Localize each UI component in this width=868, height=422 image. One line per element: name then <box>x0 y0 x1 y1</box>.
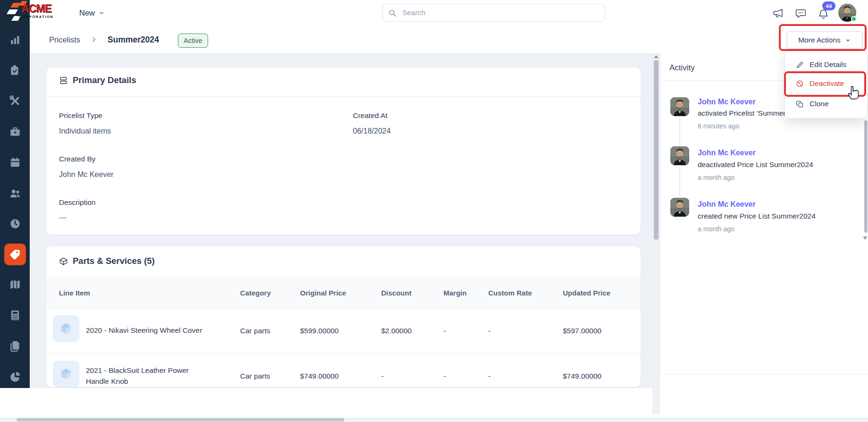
breadcrumb-pricelists[interactable]: Pricelists <box>49 35 80 44</box>
timeline-connector <box>679 167 680 196</box>
sidebar-item-reports[interactable] <box>6 367 25 386</box>
new-menu-label: New <box>79 8 95 17</box>
announcements-button[interactable] <box>771 6 785 19</box>
sidebar-item-documents[interactable] <box>6 337 25 355</box>
chat-icon <box>795 7 807 19</box>
new-menu-button[interactable]: New <box>79 0 105 26</box>
slash-circle-icon <box>796 80 804 88</box>
messages-button[interactable] <box>794 6 807 19</box>
sidebar-item-calculator[interactable] <box>6 306 25 325</box>
column-custom-rate: Custom Rate <box>488 289 532 297</box>
cube-icon <box>59 367 73 381</box>
activity-user-link[interactable]: John Mc Keever <box>698 98 756 106</box>
table-header-row: Line Item Category Original Price Discou… <box>46 278 641 309</box>
parts-services-header: Parts & Services (5) <box>59 256 155 266</box>
menu-item-edit-details[interactable]: Edit Details <box>790 56 862 74</box>
global-search[interactable] <box>382 4 605 22</box>
part-thumbnail <box>53 361 79 387</box>
cell-custom-rate: - <box>488 327 491 335</box>
search-input[interactable] <box>401 8 599 17</box>
sidebar-item-dashboard[interactable] <box>6 31 25 50</box>
parts-services-card: Parts & Services (5) Line Item Category … <box>46 246 641 387</box>
company-logo[interactable]: ACME CORPORATION <box>17 3 55 19</box>
sidebar-item-contacts[interactable] <box>6 184 25 203</box>
activity-avatar <box>670 146 689 165</box>
field-value-created-by: John Mc Keever <box>59 170 114 179</box>
primary-details-card: Primary Details Pricelist Type Individua… <box>46 68 641 235</box>
package-icon <box>59 257 68 266</box>
pie-chart-icon <box>9 371 21 383</box>
activity-avatar <box>670 198 689 217</box>
table-row[interactable]: 2020 - Nikavi Steering Wheel Cover Car p… <box>46 308 641 353</box>
breadcrumb: Pricelists Summer2024 <box>49 26 159 53</box>
line-item-name[interactable]: 2021 - BlackSuit Leather Power Handle Kn… <box>86 353 213 387</box>
cell-category: Car parts <box>240 372 270 380</box>
activity-user-link[interactable]: John Mc Keever <box>698 149 756 157</box>
sidebar-item-inspections[interactable] <box>6 61 25 80</box>
activity-title: Activity <box>669 63 695 73</box>
company-logo-subtext: CORPORATION <box>17 15 55 19</box>
pencil-icon <box>796 61 804 69</box>
column-margin: Margin <box>443 289 467 297</box>
cell-category: Car parts <box>240 327 270 335</box>
company-logo-text: ACME <box>17 3 55 14</box>
tools-icon <box>9 95 21 107</box>
rows-icon <box>59 76 68 85</box>
copy-icon <box>796 100 804 108</box>
activity-action-text: deactivated Price List Summer2024 <box>698 160 864 169</box>
menu-item-label: Deactivate <box>810 79 844 88</box>
page-title: Summer2024 <box>108 35 159 45</box>
users-icon <box>9 187 21 200</box>
column-category: Category <box>240 289 271 297</box>
mouse-cursor-hand <box>847 84 861 102</box>
activity-timestamp: a month ago <box>698 225 734 233</box>
more-actions-label: More Actions <box>798 36 841 44</box>
tag-icon <box>9 248 21 261</box>
primary-details-title: Primary Details <box>73 75 136 85</box>
notification-count-badge: 44 <box>822 1 835 10</box>
briefcase-icon <box>9 126 21 138</box>
activity-timestamp: a month ago <box>698 174 734 181</box>
horizontal-scrollbar-thumb[interactable] <box>17 418 344 422</box>
sidebar-item-calendar[interactable] <box>6 153 25 172</box>
clock-icon <box>9 218 21 230</box>
activity-timestamp: 6 minutes ago <box>698 122 739 130</box>
status-badge: Active <box>178 34 208 48</box>
chevron-right-icon <box>91 36 97 43</box>
bar-chart-icon <box>9 34 21 46</box>
line-item-name[interactable]: 2020 - Nikavi Steering Wheel Cover <box>86 308 213 353</box>
cell-updated-price: $597.00000 <box>563 327 601 335</box>
calendar-icon <box>9 156 21 169</box>
online-status-dot <box>851 16 857 22</box>
field-label-created-at: Created At <box>353 111 387 120</box>
cell-margin: - <box>443 327 446 335</box>
map-icon <box>9 279 21 291</box>
part-thumbnail <box>53 315 79 342</box>
menu-item-label: Clone <box>810 100 829 108</box>
sidebar-item-jobs[interactable] <box>6 122 25 141</box>
activity-scrollbar-thumb[interactable] <box>864 120 868 233</box>
megaphone-icon <box>772 7 784 19</box>
sidebar-item-maintenance[interactable] <box>6 92 25 110</box>
field-value-description: --- <box>59 213 67 222</box>
cell-original-price: $749.00000 <box>300 372 339 380</box>
main-scrollbar-thumb[interactable] <box>654 60 659 240</box>
pages-icon <box>9 340 21 352</box>
cube-icon <box>59 321 73 336</box>
scroll-down-arrow[interactable] <box>863 236 868 240</box>
column-original-price: Original Price <box>300 289 346 297</box>
cell-original-price: $599.00000 <box>300 327 339 335</box>
activity-avatar <box>670 97 689 116</box>
timeline-connector <box>679 118 680 145</box>
sidebar-item-pricelists-active[interactable] <box>4 244 26 265</box>
sidebar-item-history[interactable] <box>6 214 25 233</box>
menu-item-label: Edit Details <box>810 60 846 69</box>
scroll-up-arrow[interactable] <box>654 55 659 58</box>
chevron-down-icon <box>99 10 105 16</box>
more-actions-button[interactable]: More Actions <box>786 31 863 49</box>
column-discount: Discount <box>381 289 411 297</box>
table-row[interactable]: 2021 - BlackSuit Leather Power Handle Kn… <box>46 353 641 387</box>
activity-user-link[interactable]: John Mc Keever <box>698 200 756 209</box>
activity-action-text: created new Price List Summer2024 <box>698 212 864 220</box>
sidebar-item-map[interactable] <box>6 275 25 294</box>
